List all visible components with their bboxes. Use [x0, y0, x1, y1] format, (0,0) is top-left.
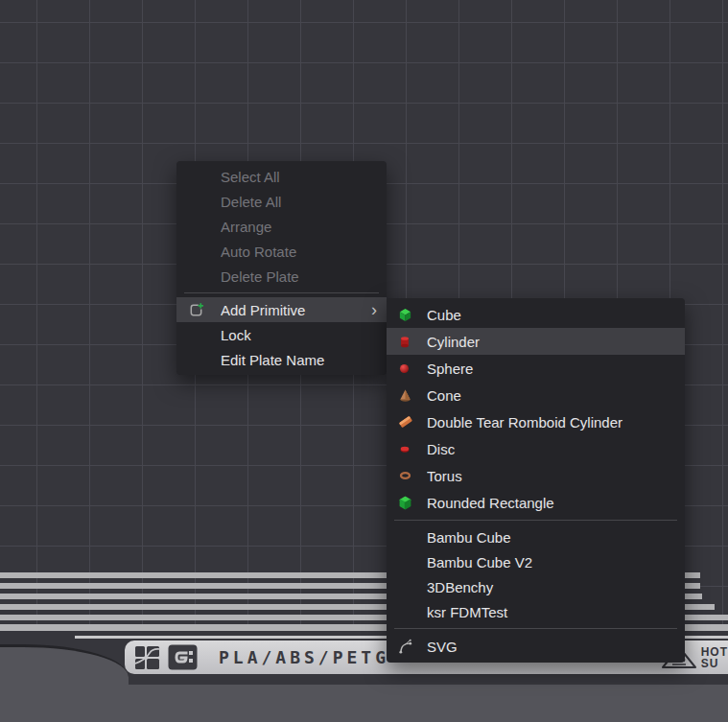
menu-item-label: 3DBenchy [427, 579, 675, 595]
submenu-arrow-icon: › [371, 301, 377, 318]
menu-item-label: Disc [427, 441, 675, 457]
menu-item-double-tear-romboid-cylinder[interactable]: Double Tear Romboid Cylinder [387, 408, 685, 435]
menu-item-3dbenchy[interactable]: 3DBenchy [387, 574, 685, 599]
menu-item-label: ksr FDMTest [427, 604, 675, 620]
menu-item-label: Double Tear Romboid Cylinder [427, 414, 675, 431]
menu-item-label: Bambu Cube [427, 529, 675, 546]
menu-item-label: Cube [427, 307, 675, 323]
menu-item-cube[interactable]: Cube [387, 301, 685, 328]
plate-grid-logo-icon [134, 645, 161, 670]
menu-item-add-primitive[interactable]: Add Primitive› [176, 297, 387, 322]
menu-item-label: Delete All [221, 194, 377, 210]
tilted-cylinder-icon [398, 414, 427, 430]
sphere-icon [398, 362, 427, 375]
menu-item-sphere[interactable]: Sphere [387, 355, 685, 382]
menu-item-delete-plate[interactable]: Delete Plate [176, 264, 387, 289]
menu-item-label: Delete Plate [221, 268, 377, 285]
menu-item-rounded-rectangle[interactable]: Rounded Rectangle [387, 489, 685, 516]
menu-item-label: Edit Plate Name [221, 352, 377, 368]
menu-item-label: Rounded Rectangle [427, 495, 675, 511]
material-label: PLA/ABS/PETG [219, 647, 389, 667]
menu-item-label: Torus [427, 468, 675, 484]
disc-icon [398, 443, 427, 454]
rounded-cube-icon [398, 496, 427, 510]
menu-item-svg[interactable]: SVG [387, 633, 685, 660]
menu-item-select-all[interactable]: Select All [176, 164, 387, 189]
hot-surface-warning-text: HOT SU [701, 646, 728, 669]
cylinder-icon [398, 335, 427, 349]
menu-item-bambu-cube-v2[interactable]: Bambu Cube V2 [387, 549, 685, 574]
menu-item-bambu-cube[interactable]: Bambu Cube [387, 524, 685, 549]
menu-item-label: Sphere [427, 361, 675, 377]
menu-item-label: Lock [221, 327, 377, 343]
menu-item-cylinder[interactable]: Cylinder [387, 328, 685, 355]
menu-item-label: Bambu Cube V2 [427, 554, 675, 571]
menu-item-delete-all[interactable]: Delete All [176, 189, 387, 214]
menu-item-label: Cylinder [427, 334, 675, 350]
menu-item-edit-plate-name[interactable]: Edit Plate Name [176, 347, 387, 372]
menu-item-label: Select All [221, 169, 377, 185]
menu-item-ksr-fdmtest[interactable]: ksr FDMTest [387, 599, 685, 624]
primitive-submenu: Cube Cylinder Sphere Cone Double Tear Ro… [387, 298, 685, 663]
menu-item-label: Arrange [221, 219, 377, 235]
menu-item-lock[interactable]: Lock [176, 322, 387, 347]
menu-item-label: Auto Rotate [221, 244, 377, 260]
cone-icon [398, 388, 427, 403]
torus-icon [398, 470, 427, 481]
menu-item-arrange[interactable]: Arrange [176, 214, 387, 239]
menu-separator [394, 628, 677, 629]
plate-g-logo-icon [168, 644, 198, 670]
outside-plate-area [0, 685, 728, 722]
menu-item-label: Add Primitive [221, 302, 364, 318]
context-menu: Select AllDelete AllArrangeAuto RotateDe… [176, 161, 387, 375]
menu-item-label: SVG [427, 639, 675, 655]
add-primitive-icon [188, 302, 221, 318]
cube-icon [398, 308, 427, 322]
svg-bezier-icon [398, 639, 427, 655]
menu-item-disc[interactable]: Disc [387, 435, 685, 462]
menu-separator [394, 520, 677, 521]
menu-item-torus[interactable]: Torus [387, 462, 685, 489]
menu-item-auto-rotate[interactable]: Auto Rotate [176, 239, 387, 264]
slicer-viewport-screen: PLA/ABS/PETG HOT SU Select AllDelete All… [0, 0, 728, 722]
menu-item-cone[interactable]: Cone [387, 382, 685, 408]
menu-separator [184, 292, 379, 293]
menu-item-label: Cone [427, 387, 675, 404]
